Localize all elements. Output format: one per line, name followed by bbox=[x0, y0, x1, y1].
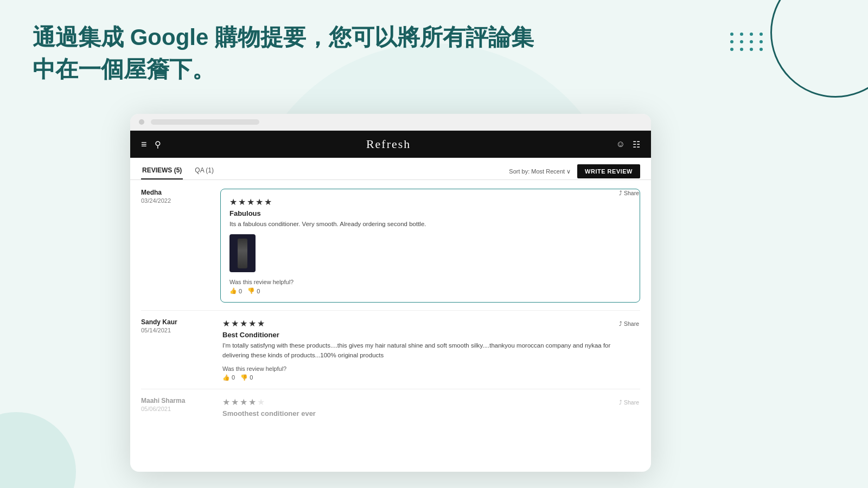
browser-window: ≡ ⚲ Refresh ☺ ☷ REVIEWS (5) QA (1) Sort … bbox=[130, 114, 651, 472]
store-navbar: ≡ ⚲ Refresh ☺ ☷ bbox=[130, 131, 651, 158]
tabs-left: REVIEWS (5) QA (1) bbox=[141, 163, 215, 179]
bg-dots bbox=[730, 33, 765, 51]
tab-qa[interactable]: QA (1) bbox=[194, 163, 215, 179]
share-icon: ⤴ bbox=[619, 320, 622, 327]
write-review-button[interactable]: WRITE REVIEW bbox=[577, 164, 640, 178]
browser-dot-1 bbox=[139, 119, 144, 125]
review-title: Best Conditioner bbox=[222, 331, 638, 339]
tabs-bar: REVIEWS (5) QA (1) Sort by: Most Recent … bbox=[130, 158, 651, 180]
review-card-highlighted: ★ ★ ★ ★ ★ Fabulous Its a fabulous condit… bbox=[220, 189, 640, 303]
bg-circle-bottom-left bbox=[0, 412, 76, 488]
reviewer-name: Medha bbox=[141, 189, 212, 196]
cart-icon[interactable]: ☷ bbox=[633, 139, 640, 150]
review-body: Its a fabulous conditioner. Very smooth.… bbox=[229, 220, 631, 229]
product-image bbox=[229, 234, 256, 272]
heading-line1: 通過集成 Google 購物提要，您可以將所有評論集 bbox=[33, 22, 534, 54]
table-row: Sandy Kaur 05/14/2021 ★ ★ ★ ★ ★ Best Con… bbox=[130, 311, 651, 389]
reviewer-name: Maahi Sharma bbox=[141, 397, 212, 404]
review-title: Smoothest conditioner ever bbox=[222, 409, 638, 418]
nav-left: ≡ ⚲ bbox=[141, 139, 161, 150]
star-rating: ★ ★ ★ ★ ★ bbox=[222, 397, 638, 407]
share-button[interactable]: ⤴ Share bbox=[619, 190, 639, 196]
search-icon[interactable]: ⚲ bbox=[155, 139, 161, 150]
star-rating: ★ ★ ★ ★ ★ bbox=[222, 318, 638, 329]
review-body: I'm totally satisfyng with these product… bbox=[222, 341, 638, 360]
helpful-no-count: 0 bbox=[257, 288, 260, 294]
review-title: Fabulous bbox=[229, 209, 631, 217]
star-rating: ★ ★ ★ ★ ★ bbox=[229, 197, 631, 207]
thumbs-up-icon: 👍 bbox=[229, 287, 237, 294]
heading-line2: 中在一個屋簷下。 bbox=[33, 54, 534, 86]
share-icon: ⤴ bbox=[619, 399, 622, 406]
share-icon: ⤴ bbox=[619, 190, 622, 196]
share-button[interactable]: ⤴ Share bbox=[619, 399, 639, 406]
helpful-label: Was this review helpful? bbox=[229, 279, 631, 285]
reviewer-info: Sandy Kaur 05/14/2021 bbox=[141, 318, 212, 381]
helpful-label: Was this review helpful? bbox=[222, 365, 638, 372]
menu-icon[interactable]: ≡ bbox=[141, 139, 147, 150]
helpful-buttons: 👍 0 👎 0 bbox=[229, 287, 631, 294]
reviewer-date: 05/06/2021 bbox=[141, 406, 212, 412]
reviewer-info: Medha 03/24/2022 bbox=[141, 189, 212, 303]
reviewer-date: 05/14/2021 bbox=[141, 327, 212, 333]
review-card: ★ ★ ★ ★ ★ Smoothest conditioner ever bbox=[220, 397, 640, 420]
helpful-no-button[interactable]: 👎 0 bbox=[247, 287, 260, 294]
helpful-yes-button[interactable]: 👍 0 bbox=[222, 374, 235, 381]
sort-label[interactable]: Sort by: Most Recent ∨ bbox=[509, 168, 571, 175]
helpful-yes-button[interactable]: 👍 0 bbox=[229, 287, 242, 294]
share-button[interactable]: ⤴ Share bbox=[619, 320, 639, 327]
browser-address-bar bbox=[151, 119, 259, 125]
review-card: ★ ★ ★ ★ ★ Best Conditioner I'm totally s… bbox=[220, 318, 640, 381]
store-logo: Refresh bbox=[161, 137, 616, 151]
helpful-yes-count: 0 bbox=[239, 288, 242, 294]
thumbs-up-icon: 👍 bbox=[222, 374, 230, 381]
reviews-list: Medha 03/24/2022 ★ ★ ★ ★ ★ Fabulous Its … bbox=[130, 180, 651, 472]
thumbs-down-icon: 👎 bbox=[247, 287, 255, 294]
nav-right: ☺ ☷ bbox=[616, 139, 640, 150]
reviewer-name: Sandy Kaur bbox=[141, 318, 212, 326]
table-row: Medha 03/24/2022 ★ ★ ★ ★ ★ Fabulous Its … bbox=[130, 180, 651, 310]
thumbs-down-icon: 👎 bbox=[240, 374, 248, 381]
header-text: 通過集成 Google 購物提要，您可以將所有評論集 中在一個屋簷下。 bbox=[33, 22, 534, 86]
bg-circle-top-right bbox=[770, 0, 868, 98]
table-row: Maahi Sharma 05/06/2021 ★ ★ ★ ★ ★ Smooth… bbox=[130, 389, 651, 427]
browser-chrome bbox=[130, 114, 651, 131]
helpful-no-button[interactable]: 👎 0 bbox=[240, 374, 253, 381]
helpful-buttons: 👍 0 👎 0 bbox=[222, 374, 638, 381]
user-icon[interactable]: ☺ bbox=[616, 139, 625, 149]
reviewer-info: Maahi Sharma 05/06/2021 bbox=[141, 397, 212, 420]
reviewer-date: 03/24/2022 bbox=[141, 197, 212, 204]
tab-reviews[interactable]: REVIEWS (5) bbox=[141, 163, 183, 179]
tabs-right: Sort by: Most Recent ∨ WRITE REVIEW bbox=[509, 164, 640, 178]
